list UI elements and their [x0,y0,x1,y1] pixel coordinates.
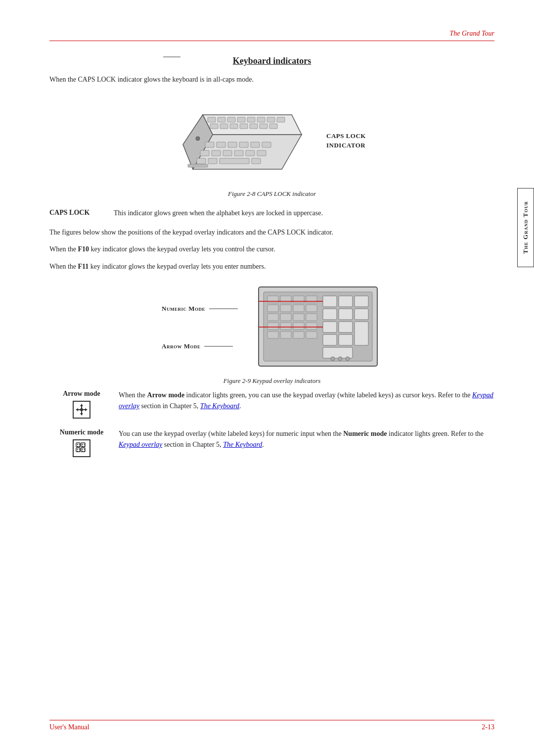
svg-rect-17 [269,124,277,129]
svg-rect-21 [239,142,248,147]
svg-rect-31 [208,158,217,164]
svg-rect-27 [234,150,243,156]
svg-rect-43 [355,296,368,307]
svg-rect-30 [197,158,206,164]
svg-rect-92 [79,446,80,447]
figure-1-inner: Caps LockIndicator [178,95,366,186]
svg-rect-9 [267,117,275,122]
svg-rect-102 [84,449,85,450]
svg-rect-93 [82,444,83,445]
svg-rect-58 [280,305,291,312]
footer-left: User's Manual [49,723,89,731]
svg-rect-50 [323,334,337,345]
svg-rect-67 [293,323,304,330]
svg-rect-91 [77,446,78,447]
figure-2-container: Numeric Mode Arrow Mode [49,282,494,385]
side-tab: The Grand Tour [517,188,534,267]
svg-point-74 [338,357,342,361]
svg-rect-18 [205,142,214,147]
numeric-mode-icon [73,439,90,457]
svg-rect-3 [208,117,216,122]
svg-rect-14 [240,124,248,129]
footer-right: 2-13 [482,723,494,731]
svg-rect-64 [306,314,317,321]
caps-lock-indicator-label: Caps LockIndicator [326,131,366,150]
svg-rect-66 [280,323,291,330]
svg-rect-55 [293,296,304,303]
svg-rect-25 [212,150,221,156]
arrow-mode-icon [73,401,90,419]
svg-rect-49 [355,322,368,345]
svg-point-84 [80,408,83,411]
numeric-mode-link2[interactable]: The Keyboard [223,441,262,448]
svg-rect-48 [339,322,353,332]
svg-marker-81 [80,413,83,416]
f11-text: When the F11 key indicator glows the key… [49,261,494,272]
svg-rect-60 [306,305,317,312]
svg-rect-13 [230,124,238,129]
svg-rect-68 [306,323,317,330]
header-title: The Grand Tour [449,30,494,38]
svg-rect-19 [217,142,225,147]
svg-rect-29 [257,150,266,156]
svg-rect-28 [246,150,255,156]
svg-rect-5 [227,117,235,122]
svg-rect-6 [237,117,245,122]
svg-rect-35 [188,164,208,167]
svg-rect-33 [252,158,261,164]
arrow-mode-row: Arrow mode When the Arrow mode indicator… [49,390,494,419]
svg-rect-53 [267,296,278,303]
svg-rect-26 [223,150,232,156]
svg-rect-41 [323,296,337,307]
svg-rect-90 [79,444,80,445]
svg-rect-101 [82,449,83,450]
svg-marker-83 [85,408,88,411]
svg-point-75 [346,357,350,361]
svg-rect-62 [280,314,291,321]
numeric-mode-desc: You can use the keypad overlay (white la… [119,428,494,451]
svg-rect-51 [339,334,353,345]
svg-rect-95 [82,446,83,447]
arrow-mode-label-row: Arrow Mode [162,342,239,350]
svg-rect-45 [339,309,353,320]
svg-rect-15 [250,124,258,129]
caps-lock-label-container: Caps LockIndicator [326,131,366,150]
arrow-mode-link2[interactable]: The Keyboard [200,402,239,410]
svg-rect-59 [293,305,304,312]
svg-rect-57 [267,305,278,312]
numeric-mode-label: Numeric Mode [162,305,205,313]
connector-svg [163,47,183,67]
keypad-labels: Numeric Mode Arrow Mode [162,305,239,350]
side-tab-text: The Grand Tour [522,201,530,254]
caps-lock-desc: This indicator glows green when the alph… [114,208,494,219]
svg-rect-103 [82,451,83,452]
svg-rect-22 [251,142,260,147]
svg-rect-61 [267,314,278,321]
svg-rect-89 [77,444,78,445]
svg-rect-98 [79,449,80,450]
svg-rect-96 [84,446,85,447]
svg-rect-7 [247,117,255,122]
svg-rect-20 [228,142,237,147]
svg-rect-97 [77,449,78,450]
svg-rect-8 [257,117,265,122]
arrow-mode-desc: When the Arrow mode indicator lights gre… [119,390,494,412]
figure-2-inner: Numeric Mode Arrow Mode [162,282,382,373]
numeric-mode-term: Numeric mode [60,428,103,436]
svg-rect-72 [306,331,317,338]
svg-rect-69 [267,331,278,338]
svg-point-34 [196,137,200,141]
svg-rect-56 [306,296,317,303]
svg-marker-82 [76,408,78,411]
intro-text: When the CAPS LOCK indicator glows the k… [49,74,494,85]
arrow-mode-label: Arrow Mode [162,342,200,350]
numeric-mode-link[interactable]: Keypad overlay [119,441,162,448]
numeric-mode-term-container: Numeric mode [49,428,114,457]
svg-rect-23 [262,142,271,147]
figure-2-caption: Figure 2-9 Keypad overlay indicators [223,377,321,385]
numeric-mode-label-row: Numeric Mode [162,305,239,313]
keypad-illustration [254,282,382,373]
svg-rect-94 [84,444,85,445]
svg-rect-104 [84,451,85,452]
page-footer: User's Manual 2-13 [49,720,494,731]
